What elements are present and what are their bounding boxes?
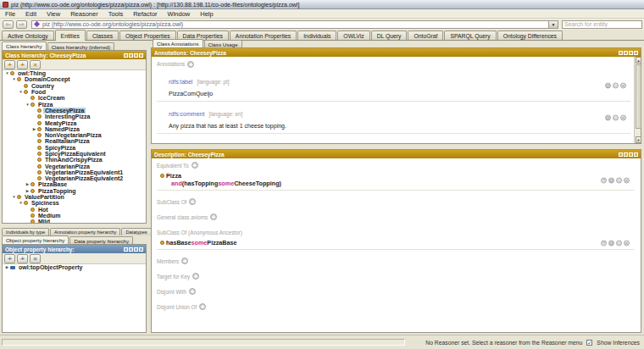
tree-item-spiciness[interactable]: ▼Spiciness <box>3 200 146 206</box>
annotate-icon[interactable]: @ <box>608 177 614 183</box>
panel-close-icon[interactable] <box>634 152 638 157</box>
tree-item-namedpizza[interactable]: ▶NamedPizza <box>3 126 146 132</box>
tab-ontology-differences[interactable]: Ontology Differences <box>497 30 563 40</box>
tab-class-usage[interactable]: Class Usage <box>204 40 242 47</box>
panel-maximize-icon[interactable] <box>134 53 138 58</box>
annotation-row[interactable]: rdfs:label[language: pt]PizzaComQueijo@○… <box>157 69 630 102</box>
tab-data-property-hierarchy[interactable]: Data property hierarchy <box>69 236 133 244</box>
tree-item-pizzabase[interactable]: ▶PizzaBase <box>3 181 146 187</box>
active-ontology-dropdown[interactable]: piz (http://www.co-ode.org/ontologies/pi… <box>31 20 558 29</box>
annotations-scrollbar[interactable]: ▲ ▼ <box>634 57 641 143</box>
add-equivalent-to-button[interactable]: + <box>192 162 198 169</box>
search-input[interactable] <box>562 20 642 29</box>
edit-icon[interactable]: ○ <box>616 241 622 247</box>
menu-reasoner[interactable]: Reasoner <box>65 10 103 18</box>
tree-item-spicypizza[interactable]: SpicyPizza <box>3 145 146 151</box>
toggle-open-icon[interactable]: ▼ <box>18 201 24 205</box>
delete-property-button[interactable]: × <box>30 254 41 263</box>
edit-icon[interactable]: ○ <box>613 82 619 88</box>
edit-icon[interactable]: ○ <box>616 177 622 183</box>
add-subclass-button[interactable]: + <box>4 60 15 69</box>
add-subclass-of-button[interactable]: + <box>189 198 196 205</box>
tree-item-thinandcrispypizza[interactable]: ThinAndCrispyPizza <box>3 157 146 163</box>
toggle-open-icon[interactable]: ▼ <box>25 102 31 107</box>
tree-item-vegetarianpizzaequivalent1[interactable]: VegetarianPizzaEquivalent1 <box>3 169 146 175</box>
dropdown-arrow-icon[interactable]: ▼ <box>548 21 558 28</box>
annotation-row[interactable]: rdfs:comment[language: en]Any pizza that… <box>157 102 630 134</box>
annotate-icon[interactable]: @ <box>605 114 611 120</box>
annotate-icon[interactable]: @ <box>608 241 614 247</box>
forward-button[interactable]: ⇨ <box>16 20 27 29</box>
axiom-row[interactable]: Pizzaand (hasTopping some CheeseTopping)… <box>157 170 634 191</box>
tree-item-domainconcept[interactable]: ▼DomainConcept <box>3 76 146 82</box>
tab-ontograf[interactable]: OntoGraf <box>408 30 443 40</box>
delete-icon[interactable]: ✕ <box>620 114 626 120</box>
tree-item-meatypizza[interactable]: MeatyPizza <box>3 119 146 125</box>
back-button[interactable]: ⇦ <box>3 20 14 29</box>
panel-close-icon[interactable] <box>634 51 638 55</box>
add-target-for-key-button[interactable]: + <box>192 273 199 280</box>
add-sub-property-button[interactable]: + <box>4 254 15 263</box>
tab-individuals-by-type[interactable]: Individuals by type <box>2 228 49 235</box>
add-members-button[interactable]: + <box>181 258 188 264</box>
tree-item-owl-thing[interactable]: ▼owl:Thing <box>3 70 146 76</box>
panel-minimize-icon[interactable] <box>624 51 628 55</box>
tab-active-ontology[interactable]: Active Ontology <box>2 30 54 40</box>
toggle-open-icon[interactable]: ▼ <box>11 77 17 81</box>
tree-item-spicypizzaequivalent[interactable]: SpicyPizzaEquivalent <box>3 151 146 157</box>
panel-close-icon[interactable] <box>139 53 143 58</box>
scroll-down-icon[interactable]: ▼ <box>636 136 641 143</box>
tab-class-hierarchy-inferred[interactable]: Class hierarchy (inferred) <box>47 42 114 50</box>
toggle-closed-icon[interactable]: ▶ <box>25 189 31 193</box>
tree-item-owl-topobjectproperty[interactable]: ▶owl:topObjectProperty <box>3 264 146 270</box>
panel-float-icon[interactable] <box>124 247 128 252</box>
tree-item-food[interactable]: ▼Food <box>3 89 146 95</box>
explain-icon[interactable]: ? <box>601 241 607 247</box>
panel-float-icon[interactable] <box>124 53 128 58</box>
panel-float-icon[interactable] <box>619 51 623 55</box>
tree-item-country[interactable]: Country <box>3 83 146 89</box>
tab-annotation-property-hierarchy[interactable]: Annotation property hierarchy <box>50 228 120 235</box>
toggle-closed-icon[interactable]: ▶ <box>31 127 37 131</box>
tree-item-nonvegetarianpizza[interactable]: NonVegetarianPizza <box>3 132 146 138</box>
menu-view[interactable]: View <box>42 10 65 18</box>
tree-item-icecream[interactable]: IceCream <box>3 95 146 101</box>
panel-minimize-icon[interactable] <box>624 152 628 157</box>
menu-edit[interactable]: Edit <box>20 10 42 18</box>
tab-sparql-query[interactable]: SPARQL Query <box>444 30 496 40</box>
tab-class-annotations[interactable]: Class Annotations <box>153 39 203 47</box>
axiom-row[interactable]: hasBase some PizzaBase?@○✕ <box>157 237 634 250</box>
tab-class-hierarchy[interactable]: Class hierarchy <box>2 42 47 50</box>
tab-object-property-hierarchy[interactable]: Object property hierarchy <box>2 235 69 244</box>
toggle-open-icon[interactable]: ▼ <box>4 71 10 75</box>
toggle-open-icon[interactable]: ▼ <box>11 195 17 199</box>
tree-item-pizza[interactable]: ▼Pizza <box>3 101 146 107</box>
add-annotation-button[interactable]: + <box>187 61 194 68</box>
toggle-closed-icon[interactable]: ▶ <box>25 182 31 186</box>
panel-maximize-icon[interactable] <box>629 51 633 55</box>
delete-icon[interactable]: ✕ <box>620 82 626 88</box>
menu-window[interactable]: Window <box>163 10 196 18</box>
tree-item-realitalianpizza[interactable]: RealItalianPizza <box>3 138 146 144</box>
add-sibling-property-button[interactable]: + <box>17 254 28 263</box>
tree-item-valuepartition[interactable]: ▼ValuePartition <box>3 194 146 200</box>
panel-float-icon[interactable] <box>619 152 623 157</box>
delete-icon[interactable]: ✕ <box>624 177 630 183</box>
menu-help[interactable]: Help <box>195 10 218 18</box>
toggle-closed-icon[interactable]: ▶ <box>4 265 10 269</box>
scroll-up-icon[interactable]: ▲ <box>636 57 641 64</box>
tree-item-vegetarianpizza[interactable]: VegetarianPizza <box>3 163 146 169</box>
menu-refactor[interactable]: Refactor <box>128 10 162 18</box>
panel-minimize-icon[interactable] <box>129 247 133 252</box>
tree-item-hot[interactable]: Hot <box>3 207 146 213</box>
tab-datatypes[interactable]: Datatypes <box>121 228 151 235</box>
add-disjoint-union-of-button[interactable]: + <box>199 303 206 310</box>
annotate-icon[interactable]: @ <box>605 82 611 88</box>
tree-item-cheeseypizza[interactable]: CheeseyPizza <box>3 108 146 114</box>
panel-minimize-icon[interactable] <box>129 53 133 58</box>
edit-icon[interactable]: ○ <box>613 114 619 120</box>
tab-dl-query[interactable]: DL Query <box>371 30 408 40</box>
tab-entities[interactable]: Entities <box>55 30 86 41</box>
tab-owlviz[interactable]: OWLViz <box>337 30 369 40</box>
delete-icon[interactable]: ✕ <box>624 241 630 247</box>
